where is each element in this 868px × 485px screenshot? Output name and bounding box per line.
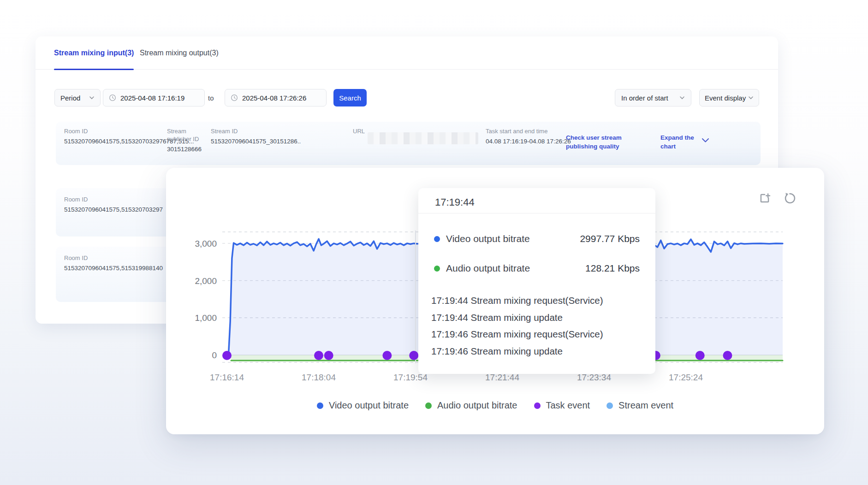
order-select[interactable]: In order of start [615,89,691,106]
room-id-field: Room ID 5153207096041575,515319988140 [64,254,163,272]
order-select-value: In order of start [621,94,668,102]
audio-legend-dot-icon [425,402,432,409]
chevron-down-icon [679,96,685,100]
check-quality-link[interactable]: Check user stream publishing quality [566,133,645,151]
chart-tooltip: 17:19:44 Video output bitrate 2997.77 Kb… [418,188,655,374]
legend-label: Audio output bitrate [437,400,517,411]
expand-chart-link[interactable]: Expand the chart [660,133,700,151]
svg-text:0: 0 [212,350,217,360]
svg-text:1,000: 1,000 [195,313,217,323]
audio-dot-icon [434,266,440,272]
tab-stream-mixing-input[interactable]: Stream mixing input(3) [54,36,134,69]
room-id-value: 5153207096041575,515320703297 [64,206,163,213]
room-id-field: Room ID 5153207096041575,515320703297 [64,195,163,213]
filter-bar: Period 2025-04-08 17:16:19 to 2025-04-08… [36,89,778,106]
tooltip-event-line: 17:19:44 Stream mixing request(Service) [431,292,603,309]
stream-event-legend-dot-icon [606,402,613,409]
url-label: URL [353,127,365,135]
tooltip-row-value: 2997.77 Kbps [580,233,640,244]
clock-icon [231,94,238,101]
url-field: URL [353,127,365,135]
tooltip-row-video: Video output bitrate 2997.77 Kbps [434,232,640,245]
date-from-input[interactable]: 2025-04-08 17:16:19 [103,89,205,106]
task-time-value: 04.08 17:16:19-04.08 17:26:26 [486,137,571,145]
period-select-value: Period [60,94,80,102]
stream-task-row: Room ID 5153207096041575,515320703297678… [56,122,761,165]
tooltip-events: 17:19:44 Stream mixing request(Service) … [431,292,603,360]
date-to-value: 2025-04-08 17:26:26 [242,94,306,102]
tooltip-row-label: Audio output bitrate [446,263,579,274]
room-id-value: 5153207096041575,515319988140 [64,264,163,272]
tooltip-row-value: 128.21 Kbps [585,263,640,274]
tooltip-divider [418,213,655,213]
video-dot-icon [434,236,440,242]
chevron-down-icon[interactable] [702,136,709,145]
date-range-to-label: to [208,89,214,106]
date-to-input[interactable]: 2025-04-08 17:26:26 [225,89,327,106]
stream-id-label: Stream ID [211,127,301,135]
svg-text:17:25:24: 17:25:24 [669,373,703,382]
svg-text:17:21:44: 17:21:44 [485,373,519,382]
svg-text:17:23:34: 17:23:34 [577,373,611,382]
tab-bar: Stream mixing input(3) Stream mixing out… [36,36,778,70]
event-display-value: Event display [705,94,746,102]
search-button[interactable]: Search [333,89,367,106]
legend-item-stream-event[interactable]: Stream event [606,400,673,411]
legend-item-video[interactable]: Video output bitrate [317,400,409,411]
tab-stream-mixing-output[interactable]: Stream mixing output(3) [140,36,219,69]
legend-label: Stream event [618,400,673,411]
url-value-redacted [368,132,478,144]
svg-text:17:19:54: 17:19:54 [393,373,428,382]
tooltip-time: 17:19:44 [435,196,475,208]
stream-id-value: 5153207096041575_30151286.. [211,137,301,145]
room-id-label: Room ID [64,254,163,262]
room-id-label: Room ID [64,195,163,203]
task-event-legend-dot-icon [534,402,541,409]
svg-text:17:18:04: 17:18:04 [302,373,336,382]
tooltip-row-label: Video output bitrate [446,233,574,244]
clock-icon [109,94,116,101]
tooltip-event-line: 17:19:46 Stream mixing update [431,343,603,360]
period-select[interactable]: Period [54,89,101,106]
tooltip-event-line: 17:19:46 Stream mixing request(Service) [431,326,603,343]
legend-label: Task event [546,400,590,411]
task-time-label: Task start and end time [486,127,571,135]
chart-legend: Video output bitrate Audio output bitrat… [166,400,824,411]
svg-text:17:16:14: 17:16:14 [210,373,244,382]
legend-label: Video output bitrate [329,400,409,411]
publisher-id-label: Stream publisher ID [167,127,209,143]
chevron-down-icon [748,96,754,100]
svg-text:2,000: 2,000 [195,276,217,286]
publisher-id-field: Stream publisher ID 3015128666 [167,127,209,153]
publisher-id-value: 3015128666 [167,145,209,153]
legend-item-task-event[interactable]: Task event [534,400,590,411]
svg-text:3,000: 3,000 [195,239,217,248]
video-legend-dot-icon [317,402,323,409]
tooltip-event-line: 17:19:44 Stream mixing update [431,309,603,326]
event-display-select[interactable]: Event display [699,89,759,106]
chevron-down-icon [89,96,95,100]
legend-item-audio[interactable]: Audio output bitrate [425,400,517,411]
stream-id-field: Stream ID 5153207096041575_30151286.. [211,127,301,145]
date-from-value: 2025-04-08 17:16:19 [120,94,184,102]
tooltip-row-audio: Audio output bitrate 128.21 Kbps [434,262,640,275]
task-time-field: Task start and end time 04.08 17:16:19-0… [486,127,571,145]
